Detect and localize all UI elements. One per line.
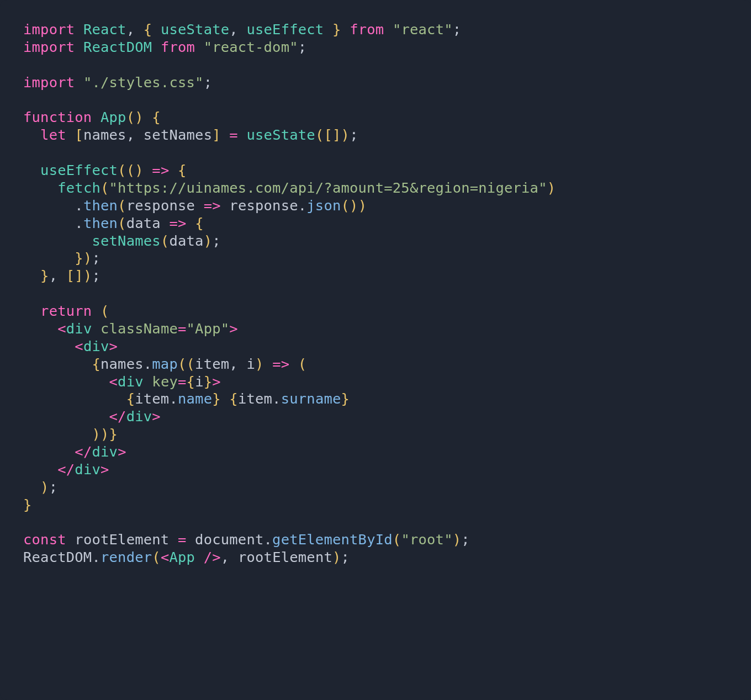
- prop-surname: surname: [281, 390, 341, 407]
- paren-close: ): [83, 267, 92, 284]
- line-9: useEffect(() => {: [23, 162, 187, 178]
- paren-open: (: [393, 531, 401, 548]
- identifier-i: i: [195, 373, 204, 390]
- string-react: "react": [393, 21, 453, 38]
- prop-name: name: [178, 390, 212, 407]
- jsx-slash: /: [66, 461, 75, 478]
- operator-equals: =: [178, 531, 187, 548]
- paren-close: ): [204, 232, 213, 249]
- string-url: "https://uinames.com/api/?amount=25&regi…: [109, 179, 547, 196]
- jsx-div: div: [75, 461, 101, 478]
- call-usestate: useState: [246, 126, 315, 143]
- semicolon: ;: [350, 126, 358, 143]
- call-setnames: setNames: [92, 232, 160, 249]
- paren-close: ): [255, 356, 264, 372]
- call-useeffect: useEffect: [40, 162, 118, 178]
- paren-open: (: [101, 179, 109, 196]
- identifier-rootelement: rootElement: [75, 531, 169, 548]
- parens: (): [126, 162, 144, 178]
- jsx-open: <: [75, 443, 83, 460]
- line-17: return (: [23, 303, 109, 319]
- paren-close: ): [40, 479, 49, 495]
- method-then: then: [83, 197, 118, 214]
- keyword-import: import: [23, 74, 75, 91]
- line-24: ))}: [23, 426, 118, 442]
- arrow: =>: [204, 197, 221, 214]
- param-data: data: [126, 215, 161, 231]
- arrow: =>: [272, 356, 289, 372]
- line-7: let [names, setNames] = useState([]);: [23, 126, 358, 143]
- brace-open: {: [126, 390, 135, 407]
- semicolon: ;: [341, 549, 350, 565]
- call-fetch: fetch: [57, 179, 101, 196]
- comma: ,: [126, 126, 135, 143]
- identifier-react: React: [83, 21, 126, 38]
- paren-close: ): [332, 549, 341, 565]
- brace-open: {: [92, 356, 101, 372]
- line-4: import "./styles.css";: [23, 74, 212, 91]
- jsx-div: div: [66, 320, 92, 337]
- brace-open: {: [187, 373, 195, 390]
- line-22: {item.name} {item.surname}: [23, 390, 350, 407]
- identifier-useeffect: useEffect: [246, 21, 324, 38]
- empty-array: []: [324, 126, 341, 143]
- identifier-reactdom: ReactDOM: [23, 549, 92, 565]
- paren-open: (: [187, 356, 195, 372]
- jsx-close: >: [109, 338, 118, 354]
- brace-close: }: [341, 390, 350, 407]
- line-15: }, []);: [23, 267, 101, 284]
- code-block: import React, { useState, useEffect } fr…: [0, 0, 751, 700]
- jsx-close: >: [152, 408, 161, 425]
- brace-open: {: [144, 21, 152, 38]
- line-21: <div key={i}>: [23, 373, 221, 390]
- brace-close: }: [109, 426, 118, 442]
- string-app: "App": [187, 320, 230, 337]
- arrow: =>: [169, 215, 186, 231]
- identifier-response: response: [229, 197, 298, 214]
- identifier-data: data: [169, 232, 203, 249]
- paren-close: ): [341, 126, 350, 143]
- jsx-open: <: [75, 338, 83, 354]
- identifier-reactdom: ReactDOM: [83, 39, 152, 55]
- line-11: .then(response => response.json()): [23, 197, 367, 214]
- line-10: fetch("https://uinames.com/api/?amount=2…: [23, 179, 556, 196]
- dot: .: [75, 197, 83, 214]
- identifier-setnames: setNames: [144, 126, 212, 143]
- paren-open: (: [118, 162, 126, 178]
- parens: (): [341, 197, 358, 214]
- brace-close: }: [204, 373, 213, 390]
- attr-key: key: [152, 373, 178, 390]
- paren-open: (: [101, 303, 109, 319]
- keyword-const: const: [23, 531, 66, 548]
- equals: =: [178, 373, 187, 390]
- bracket-open: [: [75, 126, 83, 143]
- attr-classname: className: [101, 320, 178, 337]
- paren-close: ): [453, 531, 462, 548]
- method-getelementbyid: getElementById: [272, 531, 393, 548]
- paren-open: (: [152, 549, 161, 565]
- brace-close: }: [332, 21, 341, 38]
- comma: ,: [49, 267, 58, 284]
- jsx-app: App: [169, 549, 195, 565]
- keyword-let: let: [40, 126, 66, 143]
- paren-open: (: [298, 356, 307, 372]
- comma: ,: [221, 549, 230, 565]
- paren-open: (: [161, 232, 170, 249]
- keyword-from: from: [161, 39, 195, 55]
- jsx-open: <: [109, 373, 118, 390]
- line-20: {names.map((item, i) => (: [23, 356, 306, 372]
- dot: .: [144, 356, 152, 372]
- jsx-close: >: [118, 443, 126, 460]
- keyword-from: from: [350, 21, 384, 38]
- semicolon: ;: [298, 39, 307, 55]
- dot: .: [272, 390, 281, 407]
- identifier-rootelement: rootElement: [238, 549, 332, 565]
- semicolon: ;: [461, 531, 470, 548]
- paren-close: ): [83, 250, 92, 266]
- dot: .: [264, 531, 273, 548]
- paren-open: (: [315, 126, 324, 143]
- line-14: });: [23, 250, 101, 266]
- paren-close: ): [101, 426, 109, 442]
- identifier-document: document: [195, 531, 263, 548]
- semicolon: ;: [204, 74, 213, 91]
